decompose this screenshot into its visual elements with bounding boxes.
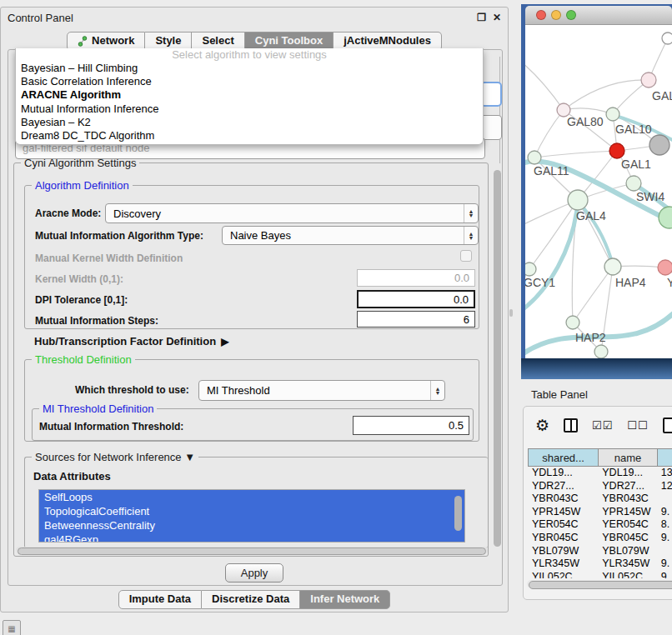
which-threshold-label: Which threshold to use: <box>75 384 189 396</box>
hub-definition-expander[interactable]: Hub/Transcription Factor Definition▶ <box>34 335 228 348</box>
column-header-a[interactable]: A <box>657 448 672 467</box>
settings-horizontal-scrollbar[interactable] <box>16 547 488 554</box>
network-edge <box>534 151 617 158</box>
attribute-item-selfloops[interactable]: SelfLoops <box>39 490 464 504</box>
tab-impute-data[interactable]: Impute Data <box>118 590 202 609</box>
network-node-label: SWI4 <box>636 190 664 203</box>
table-cell: 13 <box>657 467 672 480</box>
table-row[interactable]: YLR345WYLR345W9. <box>528 558 672 571</box>
close-icon[interactable]: ✕ <box>493 12 501 22</box>
deselect-all-checkboxes-icon[interactable]: ☐☐ <box>627 419 648 432</box>
column-header-name[interactable]: name <box>598 448 657 467</box>
table-cell: YBL079W <box>598 545 657 558</box>
table-cell: YER054C <box>598 518 657 532</box>
control-panel-titlebar: Control Panel ❐ ✕ <box>1 8 508 28</box>
dock-grid-button[interactable]: ▦ <box>3 620 21 635</box>
algorithm-option-aracne-algorithm[interactable]: ARACNE Algorithm <box>16 88 483 102</box>
tab-label: Network <box>92 34 134 48</box>
mi-steps-field[interactable]: 6 <box>357 311 475 328</box>
attribute-item-gal4rgexp[interactable]: gal4RGexp <box>39 532 464 542</box>
settings-vertical-scrollbar[interactable] <box>492 167 502 588</box>
algorithm-option-bayesian-k2[interactable]: Bayesian – K2 <box>16 116 483 129</box>
network-node-GAL4[interactable] <box>568 190 588 210</box>
column-header-shared[interactable]: shared... <box>528 448 598 467</box>
table-horizontal-scrollbar[interactable] <box>527 580 672 588</box>
gear-icon[interactable]: ⚙ <box>535 418 549 433</box>
mi-threshold-field[interactable]: 0.5 <box>353 416 469 435</box>
mi-type-combo[interactable]: Naive Bayes ▲▼ <box>222 226 479 245</box>
network-node-bottom[interactable] <box>594 345 608 358</box>
network-node-GCY1[interactable] <box>525 262 536 276</box>
network-node-label: HAP4 <box>615 276 646 289</box>
table-row[interactable]: YPR145WYPR145W9. <box>528 506 672 519</box>
apply-button[interactable]: Apply <box>225 563 283 582</box>
close-traffic-light[interactable] <box>536 10 546 20</box>
network-node-GAL1[interactable] <box>609 143 624 158</box>
tab-discretize-data[interactable]: Discretize Data <box>202 590 300 609</box>
list-scrollbar[interactable] <box>454 492 462 539</box>
attribute-item-betweennesscentrality[interactable]: BetweennessCentrality <box>39 518 464 532</box>
table-cell: YBR043C <box>598 492 657 506</box>
manual-kernel-checkbox[interactable] <box>460 250 472 262</box>
algorithm-option-bayesian-hill-climbing[interactable]: Bayesian – Hill Climbing <box>16 62 483 75</box>
panel-splitter-handle[interactable] <box>509 309 513 317</box>
table-row[interactable]: YDR27...YDR27...12 <box>528 480 672 493</box>
mi-type-label: Mutual Information Algorithm Type: <box>35 230 203 242</box>
network-node-label: Y <box>667 276 672 289</box>
table-row[interactable]: YIL052CYIL052C9. <box>528 571 672 578</box>
table-cell: 8. <box>657 518 672 532</box>
algorithm-option-dream8-dc-tdc-algorithm[interactable]: Dream8 DC_TDC Algorithm <box>16 129 483 142</box>
zoom-traffic-light[interactable] <box>566 10 576 20</box>
dpi-tolerance-field[interactable]: 0.0 <box>357 290 475 308</box>
float-window-icon[interactable]: ❐ <box>477 12 486 22</box>
data-attributes-list[interactable]: SelfLoopsTopologicalCoefficientBetweenne… <box>38 489 465 542</box>
mi-threshold-definition-title: MI Threshold Definition <box>39 402 157 415</box>
network-canvas[interactable]: GAL7GAL80GAL10GAL1GAL11SWI4GAL4GCY1HAP4Y… <box>525 25 672 358</box>
table-cell: YLR345W <box>598 558 657 571</box>
table-row[interactable]: YER054CYER054C8. <box>528 518 672 532</box>
minimize-traffic-light[interactable] <box>551 10 561 20</box>
table-cell: 9. <box>657 558 672 571</box>
network-node-salmon[interactable] <box>658 260 672 275</box>
algorithm-option-mutual-information-inference[interactable]: Mutual Information Inference <box>16 102 483 116</box>
sources-group-title: Sources for Network Inference ▼ <box>32 451 198 463</box>
tab-infer-network[interactable]: Infer Network <box>300 590 390 609</box>
network-edge <box>573 267 613 322</box>
network-node-label: GAL11 <box>534 164 569 178</box>
tab-label: jActiveMNodules <box>344 34 431 48</box>
table-row[interactable]: YBL079WYBL079W <box>528 545 672 558</box>
aracne-mode-combo[interactable]: Discovery ▲▼ <box>105 203 479 223</box>
table-panel-title: Table Panel <box>531 388 588 401</box>
algorithm-option-basic-correlation-inference[interactable]: Basic Correlation Inference <box>16 75 483 88</box>
mi-threshold-definition-group: MI Threshold Definition Mutual Informati… <box>32 408 474 441</box>
network-node-label: GAL4 <box>576 209 606 222</box>
network-node-biggreen[interactable] <box>659 207 672 228</box>
network-node-gray[interactable] <box>649 135 669 155</box>
table-cell: YBR043C <box>528 492 598 506</box>
document-icon[interactable] <box>663 418 672 433</box>
table-row[interactable]: YDL19...YDL19...13 <box>528 467 672 480</box>
sources-group: Sources for Network Inference ▼ Data Att… <box>24 457 488 548</box>
table-cell <box>657 545 672 558</box>
network-node-GAL7[interactable] <box>641 72 656 88</box>
network-node-top[interactable] <box>662 32 672 44</box>
network-node-HAP2[interactable] <box>566 316 579 329</box>
network-node-GAL10[interactable] <box>606 108 619 121</box>
attribute-item-topologicalcoefficient[interactable]: TopologicalCoefficient <box>39 504 464 518</box>
network-node-label: GAL80 <box>567 115 604 128</box>
table-row[interactable]: YBR043CYBR043C <box>528 492 672 506</box>
network-node-GAL11[interactable] <box>528 151 541 164</box>
columns-icon[interactable] <box>564 418 578 432</box>
collapse-down-icon[interactable]: ▼ <box>184 451 195 463</box>
select-all-checkboxes-icon[interactable]: ☑☑ <box>592 419 613 432</box>
network-window-titlebar[interactable] <box>525 6 672 25</box>
hidden-group-border <box>499 57 500 163</box>
combo-stepper-icon: ▲▼ <box>464 227 478 244</box>
table-row[interactable]: YBR045CYBR045C9. <box>528 532 672 545</box>
table-cell: YDR27... <box>598 480 657 493</box>
network-node-HAP4[interactable] <box>604 258 621 275</box>
which-threshold-combo[interactable]: MI Threshold ▲▼ <box>198 380 445 401</box>
network-node-SWI4[interactable] <box>626 176 641 191</box>
dpi-tolerance-label: DPI Tolerance [0,1]: <box>35 294 128 306</box>
cyni-algorithm-settings-group: Cyni Algorithm Settings Algorithm Defini… <box>13 162 489 557</box>
